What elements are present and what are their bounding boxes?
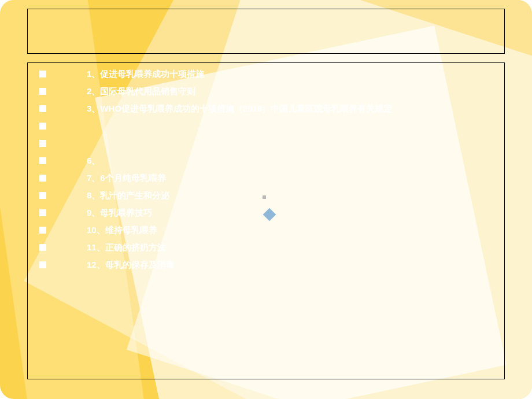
bullet-icon: [39, 88, 46, 95]
list-item-text: 11、正确的挤奶方法: [87, 242, 166, 253]
bullet-icon: [39, 123, 46, 130]
bullet-icon: [39, 244, 46, 251]
list-item: 1、促进母乳喂养成功十项措施: [28, 69, 504, 79]
bullet-icon: [39, 71, 46, 77]
content-box: 1、促进母乳喂养成功十项措施 2、国际母乳代用品销售守则 3、WHO促进母乳喂养…: [27, 62, 505, 379]
list-item: 11、正确的挤奶方法: [28, 242, 504, 253]
list-item: 3、WHO促进母乳喂养成功的十项措施（2018）中国儿童医院母乳喂养有关规定: [28, 104, 504, 114]
list-item: [28, 138, 504, 149]
list-item: 10、维持母乳喂养: [28, 225, 504, 235]
bullet-icon: [39, 227, 46, 234]
bullet-icon: [39, 105, 46, 112]
list-item-text: 8、乳汁的产生和分泌: [87, 190, 169, 201]
bullet-icon: [39, 140, 46, 147]
center-small-square-icon: [263, 195, 266, 199]
list-item-text: 2、国际母乳代用品销售守则: [87, 86, 195, 97]
list-item-text: 1、促进母乳喂养成功十项措施: [87, 69, 204, 80]
list-item-text: 10、维持母乳喂养: [87, 225, 157, 236]
list-item-text: 3、WHO促进母乳喂养成功的十项措施（2018）中国儿童医院母乳喂养有关规定: [87, 104, 392, 114]
list-item: 12、母乳的保存及消毒: [28, 260, 504, 270]
slide-container: 1、促进母乳喂养成功十项措施 2、国际母乳代用品销售守则 3、WHO促进母乳喂养…: [0, 0, 532, 399]
bullet-icon: [39, 175, 46, 182]
list-item: [28, 121, 504, 131]
header-box: [27, 9, 505, 54]
list-item-text: 7、6个月纯母乳喂养: [87, 173, 166, 184]
list-item: 6、: [28, 156, 504, 166]
list-item-text: 12、母乳的保存及消毒: [87, 260, 175, 271]
list-item-text: 9、母乳喂养技巧: [87, 208, 152, 219]
bullet-icon: [39, 157, 46, 164]
list-item: 8、乳汁的产生和分泌: [28, 190, 504, 201]
list-item: 7、6个月纯母乳喂养: [28, 173, 504, 183]
bullet-icon: [39, 261, 46, 268]
list-item: 2、国际母乳代用品销售守则: [28, 86, 504, 97]
bullet-icon: [39, 209, 46, 216]
bullet-icon: [39, 192, 46, 199]
list-item-text: 6、: [87, 156, 100, 167]
